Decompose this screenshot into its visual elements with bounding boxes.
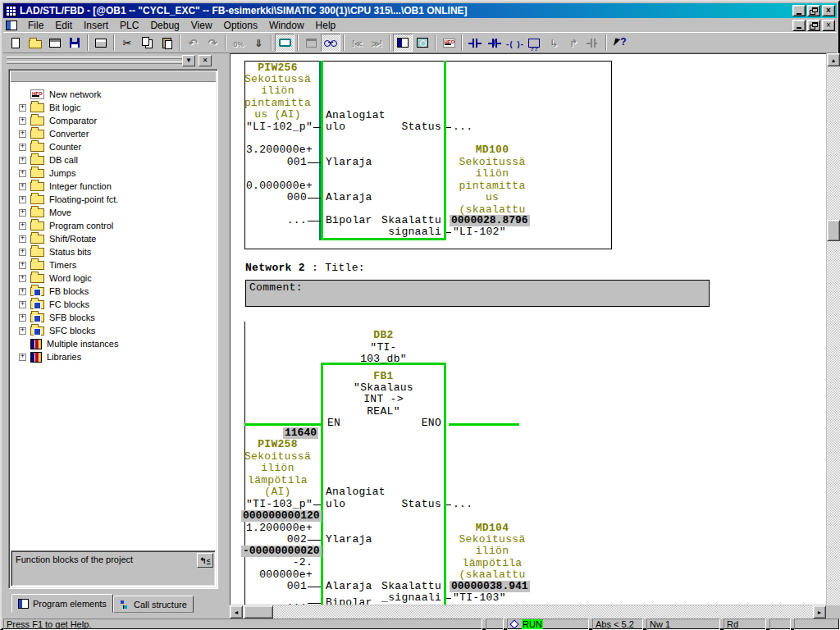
tree-item-new-network[interactable]: New network — [11, 88, 216, 101]
expand-icon[interactable] — [19, 249, 26, 256]
next-error-button[interactable] — [367, 34, 386, 52]
child-close-button[interactable]: × — [822, 20, 835, 31]
expand-icon[interactable] — [19, 196, 26, 203]
tree-item-db-call[interactable]: DB call — [11, 153, 216, 167]
undo-button[interactable] — [183, 34, 203, 52]
sidebar-gripper[interactable] — [7, 57, 190, 59]
open-online-button[interactable] — [45, 34, 65, 52]
network2-comment-box[interactable]: Comment: — [245, 280, 710, 307]
horizontal-scroll-thumb[interactable] — [244, 605, 273, 619]
expand-icon[interactable] — [19, 157, 26, 164]
n1-left-operand[interactable]: "LI-102_p" — [243, 121, 313, 133]
empty-box-button[interactable] — [524, 34, 544, 52]
menu-plc[interactable]: PLC — [114, 18, 144, 33]
program-elements-overview-button[interactable] — [393, 34, 413, 52]
detail-view-button[interactable] — [413, 34, 432, 52]
expand-icon[interactable] — [19, 209, 26, 217]
vertical-scrollbar[interactable]: ▲ ▼ — [827, 53, 840, 619]
expand-icon[interactable] — [19, 170, 26, 177]
redo-button[interactable] — [203, 34, 222, 52]
n2-db-address[interactable]: DB2 — [321, 330, 446, 341]
n2-lower-limit-line1[interactable]: -2. — [243, 557, 313, 568]
tree-item-integer-function[interactable]: Integer function — [11, 180, 216, 193]
scroll-right-button[interactable]: ► — [813, 605, 826, 619]
expand-icon[interactable] — [19, 235, 26, 243]
expand-icon[interactable] — [19, 301, 26, 308]
download-button[interactable] — [249, 34, 268, 52]
tree-item-sfc-blocks[interactable]: SFC blocks — [11, 324, 216, 337]
tree-item-multiple-instances[interactable]: Multiple instances — [11, 337, 216, 350]
tree-item-bit-logic[interactable]: Bit logic — [11, 101, 216, 114]
restore-button[interactable] — [807, 5, 820, 16]
print-button[interactable] — [91, 34, 111, 52]
symbol-information-button[interactable] — [301, 34, 321, 52]
copy-button[interactable] — [137, 34, 157, 52]
tab-program-elements[interactable]: Program elements — [11, 594, 113, 613]
child-restore-button[interactable] — [807, 20, 820, 31]
n2-lower-limit-line3[interactable]: 001 — [243, 581, 307, 592]
program-elements-tree[interactable]: New network Bit logic Comparator Convert… — [11, 82, 216, 547]
open-button[interactable] — [25, 34, 45, 52]
tree-item-counter[interactable]: Counter — [11, 140, 216, 153]
expand-icon[interactable] — [19, 275, 26, 282]
n2-right-operand[interactable]: "TI-103" — [453, 592, 506, 604]
tree-item-shift-rotate[interactable]: Shift/Rotate — [11, 232, 216, 245]
symbolic-representation-button[interactable] — [229, 34, 249, 52]
n1-bipolar-value[interactable]: ... — [243, 215, 307, 226]
menu-edit[interactable]: Edit — [49, 18, 78, 33]
tree-item-converter[interactable]: Converter — [11, 127, 216, 140]
tree-item-timers[interactable]: Timers — [11, 258, 216, 272]
expand-icon[interactable] — [19, 288, 26, 295]
monitor-button[interactable] — [321, 34, 340, 52]
menu-debug[interactable]: Debug — [144, 18, 185, 33]
tab-call-structure[interactable]: Call structure — [113, 596, 194, 613]
editor-canvas[interactable]: PIW256 Sekoitussä iliön pintamitta us (A… — [230, 53, 826, 605]
expand-icon[interactable] — [19, 354, 26, 361]
expand-icon[interactable] — [19, 144, 26, 151]
expand-icon[interactable] — [19, 327, 26, 335]
n1-lower-limit-lo[interactable]: 000 — [243, 192, 307, 203]
menu-insert[interactable]: Insert — [78, 18, 114, 33]
n2-status-value[interactable]: ... — [453, 499, 472, 510]
coil-button[interactable] — [504, 34, 524, 52]
menu-view[interactable]: View — [185, 18, 218, 33]
tree-item-program-control[interactable]: Program control — [11, 219, 216, 232]
navigate-up-button[interactable]: ↰< — [197, 553, 213, 568]
horizontal-scrollbar[interactable]: ◄ ► — [230, 605, 826, 619]
menu-help[interactable]: Help — [310, 18, 342, 33]
close-button[interactable]: × — [822, 5, 835, 16]
expand-icon[interactable] — [19, 262, 26, 269]
sidebar-dropdown-button[interactable]: ▼ — [182, 55, 195, 66]
network2-header[interactable]: Network 2 : Title: — [245, 262, 365, 274]
n1-upper-limit-hi[interactable]: 3.200000e+ — [243, 144, 313, 156]
tree-item-comparator[interactable]: Comparator — [11, 114, 216, 127]
menu-options[interactable]: Options — [218, 18, 263, 33]
cut-button[interactable] — [117, 34, 137, 52]
scroll-up-button[interactable]: ▲ — [827, 53, 840, 66]
tree-item-word-logic[interactable]: Word logic — [11, 272, 216, 285]
expand-icon[interactable] — [19, 117, 26, 125]
tree-item-fc-blocks[interactable]: FC blocks — [11, 298, 216, 311]
contact-no-button[interactable] — [465, 34, 485, 52]
n1-upper-limit-lo[interactable]: 001 — [243, 157, 307, 168]
context-help-button[interactable] — [609, 34, 629, 52]
close-branch-button[interactable] — [564, 34, 583, 52]
minimize-button[interactable] — [792, 5, 806, 16]
n1-status-value[interactable]: ... — [453, 121, 472, 133]
document-window-icon[interactable] — [6, 21, 17, 30]
expand-icon[interactable] — [19, 104, 26, 112]
sidebar-close-button[interactable]: ✕ — [199, 55, 212, 66]
scroll-left-button[interactable]: ◄ — [230, 605, 243, 619]
contact-nc-button[interactable] — [485, 34, 504, 52]
menu-file[interactable]: File — [22, 18, 49, 33]
open-branch-button[interactable] — [544, 34, 564, 52]
binary-input-button[interactable] — [583, 34, 603, 52]
sidebar-gripper[interactable] — [7, 62, 190, 64]
tree-item-libraries[interactable]: Libraries — [11, 350, 216, 363]
tree-item-sfb-blocks[interactable]: SFB blocks — [11, 311, 216, 324]
child-minimize-button[interactable] — [792, 20, 806, 31]
paste-button[interactable] — [157, 34, 176, 52]
expand-icon[interactable] — [19, 314, 26, 322]
n2-db-name[interactable]: "TI- 103_db" — [321, 342, 446, 366]
expand-icon[interactable] — [19, 130, 26, 138]
